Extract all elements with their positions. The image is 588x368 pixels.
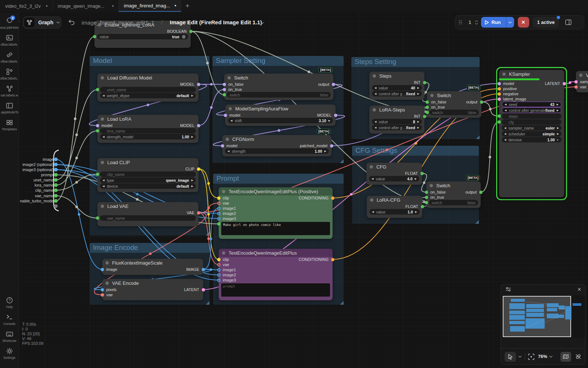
FLOAT-output-port[interactable]	[420, 172, 424, 175]
collapse-dot[interactable]	[226, 138, 229, 141]
widget-decrement[interactable]: ◀	[374, 126, 376, 129]
widget-value[interactable]: ◀value40▶	[372, 85, 422, 91]
batch-spinner[interactable]	[475, 20, 478, 25]
on_true-input-port[interactable]	[223, 88, 226, 91]
LATENT-output-port[interactable]	[202, 288, 205, 291]
widget-increment[interactable]: ▶	[557, 103, 559, 106]
subgraph-input-port[interactable]	[54, 199, 58, 203]
node-titlebar[interactable]: VAE Encode	[102, 279, 203, 287]
collapse-dot[interactable]	[373, 108, 376, 112]
toggle-links-icon[interactable]	[575, 354, 581, 360]
link-midpoint[interactable]	[210, 83, 213, 86]
widget-increment[interactable]: ▶	[417, 126, 419, 129]
widget-unet_name[interactable]: unet_name	[100, 87, 196, 92]
widget-switch[interactable]: switchfalse	[227, 92, 331, 98]
positive-input-port[interactable]	[498, 87, 501, 91]
toggle-knob[interactable]	[182, 35, 186, 39]
subgraph-input-port[interactable]	[54, 204, 58, 208]
link-midpoint[interactable]	[489, 108, 492, 110]
node-lvae[interactable]: Load VAEVAEvae_name	[97, 202, 198, 226]
widget-scheduler[interactable]: ◀schedulersimple▶	[502, 131, 562, 137]
node-ldm[interactable]: Load Diffusion ModelMODELunet_name◀weigh…	[97, 74, 198, 102]
cursor-tool-chevron[interactable]	[518, 355, 522, 358]
vae_name-input-port[interactable]	[96, 216, 99, 220]
model-input-port[interactable]	[224, 114, 227, 117]
model-input-port[interactable]	[498, 82, 501, 85]
sidebar-item-link[interactable]: olbar.labels.	[0, 51, 19, 63]
node-steps[interactable]: StepsINT◀value40▶◀control after g ...fix…	[369, 72, 424, 100]
sidebar-item-templates[interactable]: Templates	[0, 119, 19, 131]
node-ksampler[interactable]: KSamplermodelLATENTpositivenegativelaten…	[499, 70, 564, 197]
fit-view-icon[interactable]	[528, 354, 534, 360]
link-midpoint[interactable]	[78, 213, 80, 216]
node-vaedec[interactable]: VAE Decodesamplesvae	[576, 71, 588, 92]
on_false-input-port[interactable]	[425, 191, 428, 194]
widget-decrement[interactable]: ◀	[374, 92, 376, 95]
minimap-toggle-button[interactable]	[560, 352, 571, 362]
link-midpoint[interactable]	[74, 117, 76, 120]
collapse-dot[interactable]	[222, 190, 225, 193]
widget-increment[interactable]: ▶	[191, 135, 193, 138]
widget-control after g ...[interactable]: ◀control after g ...fixed▶	[372, 125, 422, 130]
sidebar-item-job-history[interactable]: 1eue.jobHisto	[0, 17, 19, 29]
node-titlebar[interactable]: Switch	[426, 181, 481, 190]
minimap-close-icon[interactable]: ✕	[577, 287, 581, 292]
link-midpoint[interactable]	[207, 182, 210, 185]
patched_model-output-port[interactable]	[330, 144, 333, 148]
widget-lora_name[interactable]: lora_name	[100, 128, 196, 134]
node-llora[interactable]: Load LoRAmodelMODELlora_name◀strength_mo…	[97, 115, 198, 143]
node-titlebar[interactable]: TextEncodeQwenImageEditPlus (Positive)	[219, 187, 333, 195]
batch-count-value[interactable]: 1	[465, 20, 475, 25]
widget-increment[interactable]: ▶	[191, 185, 193, 188]
subgraph-input-port[interactable]	[54, 173, 58, 177]
subgraph-input-port[interactable]	[54, 168, 58, 171]
collapse-dot[interactable]	[229, 107, 232, 110]
node-cfg[interactable]: CFGFLOAT◀value4.0▶	[366, 163, 422, 185]
collapse-dot[interactable]	[101, 117, 104, 121]
graph-canvas[interactable]: ModelSampler SettingSteps SettingCFG Set…	[0, 12, 588, 368]
widget-increment[interactable]: ▶	[557, 132, 559, 135]
link-midpoint[interactable]	[569, 81, 571, 84]
widget-increment[interactable]: ▶	[417, 120, 419, 123]
MODEL-output-port[interactable]	[334, 114, 337, 117]
widget-shift[interactable]: ◀shift3.10▶	[228, 118, 333, 123]
collapse-dot[interactable]	[502, 72, 506, 76]
node-titlebar[interactable]: CFGNorm	[222, 135, 331, 143]
subgraph-input-port[interactable]	[54, 158, 58, 161]
zoom-chevron[interactable]	[549, 355, 553, 358]
on_false-input-port[interactable]	[426, 100, 429, 104]
IMAGE-output-port[interactable]	[202, 268, 205, 271]
on_false-input-port[interactable]	[223, 83, 226, 86]
vae-input-port[interactable]	[217, 263, 220, 266]
node-msaf[interactable]: ModelSamplingAuraFlowmodelMODEL◀shift3.1…	[225, 105, 336, 126]
node-titlebar[interactable]: CFG	[366, 163, 422, 171]
clip_name-input-port[interactable]	[96, 173, 99, 176]
FLOAT-output-port[interactable]	[421, 205, 424, 208]
widget-decrement[interactable]: ◀	[374, 86, 376, 89]
sidebar-item-shortcuts[interactable]: Shortcuts	[0, 330, 19, 343]
image2-input-port[interactable]	[217, 212, 220, 215]
CONDITIONING-output-port[interactable]	[331, 197, 334, 200]
VAE-output-port[interactable]	[197, 211, 200, 215]
node-cfgswitch[interactable]: Switch[BETA]on_falseoutputon_trueswitchf…	[426, 181, 481, 208]
node-enable[interactable]: Enable_lightning_LoRABOOLEANvaluetrue	[94, 21, 191, 48]
run-button[interactable]: Run	[481, 17, 506, 28]
run-options-chevron[interactable]	[506, 17, 514, 28]
widget-strength_model[interactable]: ◀strength_model1.00▶	[100, 134, 196, 139]
MODEL-output-port[interactable]	[197, 124, 200, 127]
image1-input-port[interactable]	[217, 207, 220, 210]
node-flux[interactable]: FluxKontextImageScaleimageIMAGE	[102, 259, 203, 275]
widget-clip_name[interactable]: clip_name	[100, 171, 196, 177]
subgraph-input-port[interactable]	[54, 178, 58, 182]
widget-increment[interactable]: ▶	[329, 119, 330, 122]
switch-input-port[interactable]	[426, 111, 429, 114]
negative-input-port[interactable]	[498, 92, 501, 96]
link-midpoint[interactable]	[424, 91, 427, 93]
prompt-textarea[interactable]: prompt	[221, 283, 330, 297]
node-titlebar[interactable]: KSampler	[499, 70, 564, 78]
prompt-textarea[interactable]: Make girl on photo comix like	[221, 222, 330, 235]
lora_name-input-port[interactable]	[96, 129, 99, 132]
image2-input-port[interactable]	[217, 273, 220, 277]
output-output-port[interactable]	[480, 100, 483, 104]
unet_name-input-port[interactable]	[96, 88, 99, 91]
